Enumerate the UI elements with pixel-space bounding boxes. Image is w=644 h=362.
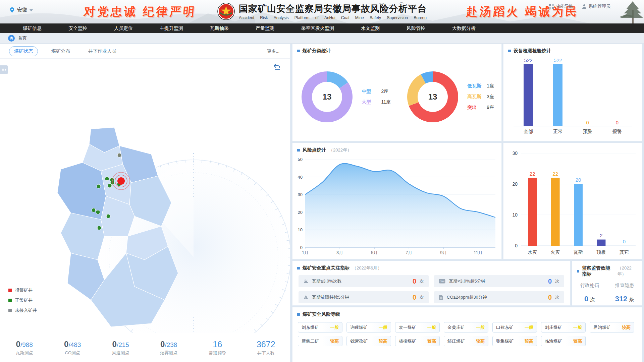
stat-label: 烟雾测点 — [145, 350, 193, 356]
focus-label: 瓦斯故障持续5分钟 — [312, 294, 409, 300]
subtitle-word: Analysis — [274, 15, 289, 20]
nav-item-7[interactable]: 采空区发火监测 — [288, 23, 347, 33]
risk-level-badge: 较高 — [476, 338, 485, 344]
mine-marker-normal[interactable] — [105, 177, 109, 181]
breadcrumb: 首页 — [0, 33, 644, 44]
mine-marker-normal[interactable] — [96, 210, 100, 214]
breadcrumb-home[interactable]: 首页 — [18, 35, 27, 41]
mine-name: 界沟煤矿 — [593, 324, 611, 330]
focus-value: 0 — [413, 294, 416, 301]
mine-marker-alarm[interactable] — [112, 172, 130, 190]
legend-item: 未接入矿井 — [8, 307, 37, 313]
donut-slice — [407, 74, 426, 106]
mine-risk-chip[interactable]: 杨柳煤矿较高 — [395, 336, 440, 346]
risk-level-badge: 较高 — [330, 338, 339, 344]
efficiency-label: 行政处罚 — [572, 283, 607, 289]
title-bullet — [297, 149, 300, 152]
siren-icon — [303, 279, 309, 284]
nav-item-6[interactable]: 产量监测 — [242, 23, 288, 33]
mine-risk-chip[interactable]: 邹庄煤矿较高 — [444, 336, 488, 346]
stat-label: CO测点 — [49, 350, 97, 356]
y-tick: 10 — [298, 227, 303, 232]
mine-name: 邹庄煤矿 — [447, 338, 465, 344]
focus-value: 0 — [548, 294, 552, 301]
disaster-risk-chart: 010203022水灾22火灾20瓦斯2顶板0其它 — [503, 143, 642, 257]
panel-subtitle: （2022年6月） — [352, 265, 382, 271]
map-tab-2[interactable]: 煤矿分布 — [47, 47, 75, 56]
stat-value: 0 — [112, 340, 117, 349]
mine-risk-chip[interactable]: 金黄庄矿一般 — [444, 322, 488, 333]
mine-name: 临涣煤矿 — [545, 338, 562, 344]
mine-risk-chip[interactable]: 界沟煤矿较高 — [590, 322, 634, 333]
location-pin-icon — [9, 7, 15, 13]
title-bullet — [297, 313, 300, 316]
mine-marker-normal[interactable] — [92, 208, 96, 212]
mine-risk-chip[interactable]: 袁一煤矿一般 — [395, 322, 440, 333]
mine-marker-normal[interactable] — [108, 184, 112, 188]
donut-legend-item: 高瓦斯3座 — [467, 94, 494, 100]
nav-item-4[interactable]: 主提升监测 — [146, 23, 197, 33]
map-canvas — [0, 59, 290, 333]
map-panel: 煤矿状态煤矿分布井下作业人员更多... — [0, 44, 290, 362]
mine-risk-chip[interactable]: 张集煤矿较高 — [492, 336, 537, 346]
y-tick: 30 — [298, 192, 303, 197]
map-tab-1[interactable]: 煤矿状态 — [9, 46, 38, 56]
region-selector[interactable]: 安徽 — [9, 7, 33, 13]
legend-swatch — [8, 309, 12, 312]
bottom-stats: 0/988瓦斯测点0/483CO测点0/215风速测点0/238烟雾测点 16带… — [0, 333, 290, 362]
stat-value: 0 — [160, 340, 165, 349]
stat-total: /238 — [165, 341, 177, 348]
svg-text:CH4: CH4 — [440, 280, 444, 283]
map-tab-3[interactable]: 井下作业人员 — [84, 47, 121, 56]
mine-risk-chip[interactable]: 临涣煤矿较高 — [541, 336, 586, 346]
y-tick: 10 — [512, 212, 518, 218]
focus-card: CH4瓦斯<3.0%超5分钟0次 — [434, 275, 564, 287]
nav-item-9[interactable]: 风险管控 — [393, 23, 439, 33]
y-tick: 30 — [512, 150, 518, 156]
mine-marker-normal[interactable] — [97, 184, 101, 188]
nav-item-10[interactable]: 大数据分析 — [439, 23, 489, 33]
legend-value: 2座 — [381, 88, 388, 95]
mine-risk-chip[interactable]: 许疃煤矿一般 — [346, 322, 391, 333]
legend-swatch — [8, 299, 12, 302]
subtitle-word: Risk — [260, 15, 268, 20]
focus-value: 0 — [548, 278, 552, 285]
mine-marker-normal[interactable] — [97, 226, 101, 230]
focus-indicators-panel: 煤矿安全重点关注指标 （2022年6月） 瓦斯≥3.0%次数0次CH4瓦斯<3.… — [292, 261, 571, 306]
mine-risk-chip[interactable]: 钱营孜矿较高 — [346, 336, 391, 346]
donut-legend-item: 大型11座 — [362, 99, 391, 105]
focus-unit: 次 — [420, 294, 424, 300]
function-nav-link[interactable]: 功能导航 — [549, 3, 573, 9]
mine-risk-chip[interactable]: 刘东煤矿一般 — [298, 322, 342, 333]
legend-value: 3座 — [487, 94, 494, 100]
nav-item-2[interactable]: 安全监控 — [55, 23, 101, 33]
admin-user-link[interactable]: 系统管理员 — [582, 3, 610, 9]
bureau-emblem — [217, 3, 235, 20]
mine-name: 口孜东矿 — [496, 324, 514, 330]
legend-name: 高瓦斯 — [467, 94, 487, 100]
nav-item-1[interactable]: 煤矿信息 — [9, 23, 55, 33]
layer-panel-handle[interactable] — [0, 65, 8, 74]
mine-marker-normal[interactable] — [106, 214, 110, 218]
more-link[interactable]: 更多... — [267, 48, 279, 54]
risk-level-badge: 一般 — [379, 324, 387, 330]
ch4-icon: CH4 — [439, 279, 445, 284]
bar-value: 522 — [524, 57, 533, 63]
mine-marker-offline[interactable] — [117, 153, 121, 157]
equip-bar-报警: 0 — [602, 55, 632, 126]
donut-legend: 中型2座大型11座 — [362, 88, 391, 105]
bar-value: 0 — [623, 239, 626, 244]
mine-risk-chip[interactable]: 口孜东矿一般 — [492, 322, 537, 333]
x-tick: 1月 — [302, 250, 309, 255]
mine-risk-chip[interactable]: 刘庄煤矿一般 — [541, 322, 586, 333]
home-icon[interactable] — [8, 35, 15, 42]
map-back-icon[interactable] — [273, 63, 281, 71]
app-title: 国家矿山安全监察局安徽局事故风险分析平台 — [239, 3, 427, 15]
title-bullet — [297, 50, 300, 52]
nav-item-3[interactable]: 人员定位 — [101, 23, 146, 33]
donut-center-value: 13 — [428, 92, 437, 101]
nav-item-5[interactable]: 瓦斯抽采 — [197, 23, 242, 33]
nav-item-8[interactable]: 水文监测 — [347, 23, 393, 33]
monitor-stat: 0/988瓦斯测点 — [0, 340, 49, 356]
mine-risk-chip[interactable]: 新集二矿较高 — [298, 336, 342, 346]
